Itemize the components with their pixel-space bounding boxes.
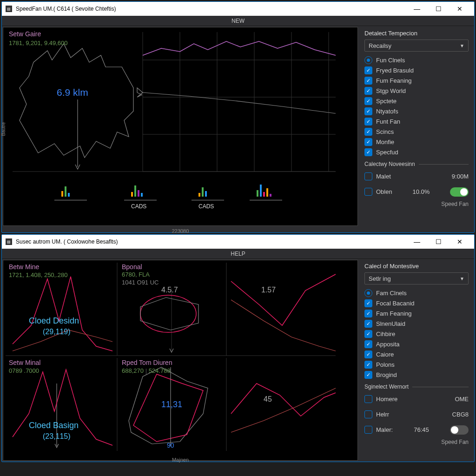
select-value-2: Setlr ing [369,275,391,282]
toggle-maler[interactable] [450,425,469,435]
chart-d-sub: (23,115) [43,432,71,441]
sidebar-top: Detalect Tempecion Recailsy ▼ Fun Clnels… [359,26,474,232]
minimize-button[interactable]: — [406,2,428,16]
checkbox-specfud[interactable]: ✓ [364,148,372,156]
check-label: Apposita [376,341,400,348]
bars-underline-3 [192,200,224,200]
checkbox-maler[interactable] [364,426,372,434]
value-maler: 76:45 [414,426,429,433]
label-maler: Maler: [376,426,393,433]
chart-b-title: Bponal [122,263,142,271]
titlebar-2[interactable]: ▤ Susec autrom UM. ( Coxlowohe Besaflts)… [2,235,474,249]
check-label: Fum Feaning [376,77,412,84]
checkbox-stgp-world[interactable]: ✓ [364,87,372,95]
checkbox-slnenulaid[interactable]: ✓ [364,320,372,328]
toggle-oblen[interactable] [450,187,469,197]
check-label: SlnenUlaid [376,320,405,327]
maximize-button-2[interactable]: ☐ [428,235,449,249]
checkbox-helrr[interactable] [364,410,372,418]
select-recailsy[interactable]: Recailsy ▼ [364,40,469,52]
maximize-button[interactable]: ☐ [428,2,449,16]
chart-b-center: 4.5.7 [161,286,178,294]
bars-underline-2 [124,200,157,200]
checkbox-fryed-brasuld[interactable]: ✓ [364,66,372,74]
svg-point-18 [140,295,196,332]
value-oblen: 10.0% [412,188,430,195]
x-axis-label-2: Majnen [172,457,189,463]
menubar: NEW [2,16,474,26]
bars-underline-4 [250,200,282,200]
value-helrr: CBG8 [452,411,469,418]
check-label: Brogind [376,371,397,378]
checkbox-malet[interactable] [364,172,372,180]
chart-d-nums: 0789 .7000 [9,367,39,374]
chart-area-top: Bautre Setw Gaire 1781, 9,201, 9.49,600 … [3,27,358,226]
bars-label-cads2: CADS [198,203,214,210]
check-label: Stgp World [376,87,406,94]
x-axis-label: 223080 [172,228,189,234]
checkbox-fum-feaning[interactable]: ✓ [364,77,372,85]
section-sginelect: Sginelect Wernort [364,383,409,390]
chart-a-title: Betw Mine [9,263,39,271]
chart-b-nums: 6780, FLA [122,271,150,278]
checkbox-fam-feaning[interactable]: ✓ [364,310,372,317]
window-title-2: Susec autrom UM. ( Coxlowohe Besaflts) [16,238,406,245]
bars-underline-1 [54,200,87,200]
select-value: Recailsy [369,42,391,49]
check-label: Specfud [376,149,398,156]
titlebar[interactable]: ▤ SpeedFan UM.( C614 ( Sevoite Chteftis)… [2,2,474,16]
check-label: Funt Fan [376,118,400,125]
chart-e-nums: 688,270 | 524.788 [122,367,171,374]
chart-d-title: Setw Minal [9,359,40,366]
chart-a-big: Cloed Desidn [29,316,79,326]
mini-bars-3 [198,183,207,197]
close-button[interactable]: ✕ [449,2,470,16]
checkbox-fam-clnels[interactable] [364,289,372,297]
mini-bars-1 [61,183,70,197]
chart-f-num: 45 [264,395,272,403]
checkbox-focal-bacanid[interactable]: ✓ [364,299,372,307]
app-icon: ▤ [6,6,12,12]
menu-new[interactable]: NEW [231,18,245,24]
checkbox-ntyatofs[interactable]: ✓ [364,107,372,115]
chart-a-sub: (29,119) [43,328,71,336]
check-label: Scincs [376,128,394,135]
brand-label: Speed Fan [364,201,469,207]
checkbox-caiore[interactable]: ✓ [364,350,372,358]
checkbox-oblen[interactable] [364,188,372,196]
checkbox-fun-clnels[interactable] [364,56,372,64]
mini-bars-4 [257,183,271,197]
chart-d-big: Cloed Basign [29,421,79,430]
chart-area-bottom: Betw Mine 1721, 1.408, 250,.280 Cloed De… [3,260,358,461]
chart-e-center: 11,31 [161,400,182,410]
app-icon-2: ▤ [6,238,12,245]
sidebar-title-2: Calecl of Montestive [364,263,469,270]
checkbox-polons[interactable]: ✓ [364,361,372,369]
check-label: Caiore [376,351,394,358]
mini-bars-2 [131,183,143,197]
checkbox-brogind[interactable]: ✓ [364,371,372,379]
checkbox-cihbire[interactable]: ✓ [364,330,372,338]
menu-help[interactable]: HELP [231,251,245,257]
sidebar-title: Detalect Tempecion [364,30,469,37]
checkbox-apposita[interactable]: ✓ [364,340,372,348]
chart-e-bottom: 90 [167,442,174,449]
checkbox-monfie[interactable]: ✓ [364,138,372,146]
checkbox-scincs[interactable]: ✓ [364,128,372,136]
chevron-down-icon: ▼ [460,43,464,48]
label-oblen: Oblen [376,188,392,195]
minimize-button-2[interactable]: — [406,235,428,249]
select-setlring[interactable]: Setlr ing ▼ [364,272,469,284]
chart-a-nums: 1721, 1.408, 250,.280 [9,271,68,278]
label-helrr: Helrr [376,411,389,418]
close-button-2[interactable]: ✕ [449,235,470,249]
chart-e-title: Rped Tom Diuren [122,359,172,366]
chevron-down-icon: ▼ [460,276,464,281]
brand-label-2: Speed Fan [364,439,469,445]
checkbox-funt-fan[interactable]: ✓ [364,118,372,126]
checkbox-spctete[interactable]: ✓ [364,97,372,105]
value-malet: 9:00M [452,173,469,180]
chart-center-value: 6.9 klm [57,87,88,98]
check-label: Fryed Brasuld [376,67,414,74]
checkbox-homere[interactable] [364,395,372,403]
